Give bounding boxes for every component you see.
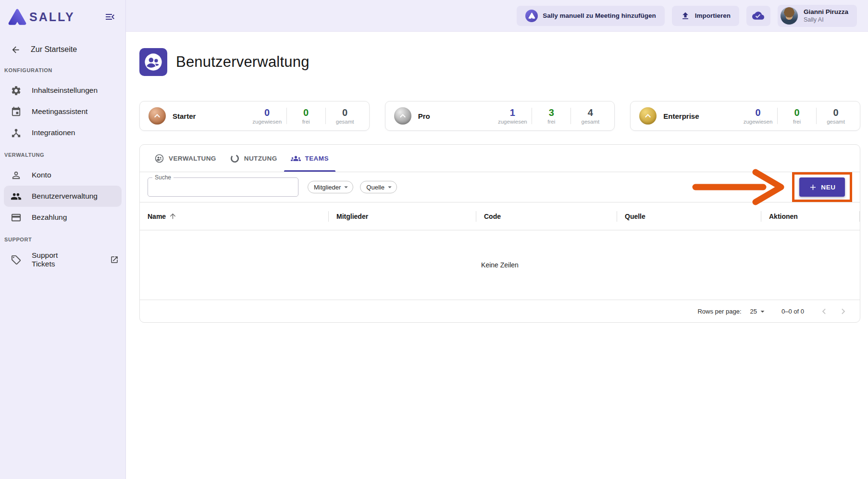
plan-name: Enterprise (663, 112, 699, 120)
main-column: Sally manuell zu Meeting hinzufügen Impo… (126, 0, 868, 479)
user-menu[interactable]: Gianni Piruzza Sally AI (778, 5, 857, 27)
table-empty-state: Keine Zeilen (140, 230, 860, 300)
tab-nutzung[interactable]: NUTZUNG (223, 145, 284, 172)
stat-assigned-value: 0 (248, 107, 286, 118)
stat-free-value: 0 (778, 107, 816, 118)
previous-page-button[interactable] (818, 305, 830, 317)
sally-badge-icon (525, 10, 538, 22)
page-title: Benutzerverwaltung (176, 53, 310, 71)
column-header-aktionen[interactable]: Aktionen (761, 202, 860, 230)
app-window: SALLY Zur Startseite KONFIGURATION Inhal… (0, 0, 868, 479)
column-header-name[interactable]: Name (140, 202, 329, 230)
stat-assigned-value: 0 (739, 107, 777, 118)
tag-icon (11, 254, 22, 265)
nav-support: Support Tickets (0, 249, 125, 270)
members-filter-label: Mitglieder (314, 184, 341, 191)
new-team-button[interactable]: NEU (799, 177, 845, 197)
back-arrow-icon (11, 45, 21, 55)
nav-konfiguration: Inhaltseinstellungen Meetingassistent In… (0, 80, 125, 143)
column-header-quelle[interactable]: Quelle (617, 202, 761, 230)
column-label: Mitglieder (336, 213, 368, 220)
section-title-konfiguration: KONFIGURATION (4, 67, 125, 74)
stat-total-value: 0 (817, 107, 855, 118)
plan-stats: 0zugewiesen 0frei 0gesamt (248, 107, 364, 125)
tab-teams[interactable]: TEAMS (284, 145, 335, 172)
plan-name: Starter (173, 112, 196, 120)
table-header-row: Name Mitglieder Code Quelle Aktionen (140, 202, 860, 230)
sidebar-item-inhaltseinstellungen[interactable]: Inhaltseinstellungen (0, 80, 125, 101)
page-content: Benutzerverwaltung Starter 0zugewiesen 0… (126, 32, 868, 479)
section-title-verwaltung: VERWALTUNG (4, 152, 125, 159)
sidebar-item-meetingassistent[interactable]: Meetingassistent (0, 101, 125, 122)
cloud-sync-button[interactable] (746, 6, 770, 26)
stat-free-value: 0 (287, 107, 325, 118)
column-label: Name (148, 213, 166, 220)
user-management-icon (139, 48, 167, 76)
section-title-support: SUPPORT (4, 237, 125, 243)
people-icon (11, 191, 22, 202)
sidebar-item-integrationen[interactable]: Integrationen (0, 122, 125, 143)
tab-label: TEAMS (305, 155, 329, 162)
back-label: Zur Startseite (31, 45, 77, 54)
tab-verwaltung[interactable]: VERWALTUNG (148, 145, 223, 172)
sidebar-item-label: Bezahlung (32, 213, 67, 222)
plan-stats: 1zugewiesen 3frei 4gesamt (493, 107, 609, 125)
integrations-icon (11, 127, 22, 139)
new-team-label: NEU (821, 184, 835, 191)
plus-icon (808, 183, 818, 192)
sort-ascending-icon[interactable] (169, 212, 177, 220)
column-header-code[interactable]: Code (476, 202, 617, 230)
sidebar-item-konto[interactable]: Konto (0, 164, 125, 186)
sidebar-item-benutzerverwaltung[interactable]: Benutzerverwaltung (4, 186, 122, 207)
upload-icon (681, 11, 690, 21)
sidebar-item-label: Konto (32, 171, 51, 179)
sidebar-item-support-tickets[interactable]: Support Tickets (0, 249, 125, 270)
external-link-icon (110, 255, 119, 264)
sidebar-item-bezahlung[interactable]: Bezahlung (0, 207, 125, 228)
column-header-mitglieder[interactable]: Mitglieder (329, 202, 476, 230)
empty-rows-text: Keine Zeilen (481, 261, 519, 269)
settings-icon (11, 85, 22, 96)
chevron-down-icon (385, 183, 394, 191)
stat-free-label: frei (778, 119, 816, 125)
stat-free-label: frei (532, 119, 570, 125)
source-filter-dropdown[interactable]: Quelle (360, 181, 397, 193)
sidebar-item-label: Support Tickets (32, 251, 81, 268)
tab-label: VERWALTUNG (169, 155, 216, 162)
plan-cards: Starter 0zugewiesen 0frei 0gesamt Pro (139, 101, 860, 131)
column-label: Quelle (625, 213, 645, 220)
back-to-home[interactable]: Zur Startseite (0, 40, 125, 59)
chevron-right-icon (838, 306, 849, 317)
rows-per-page-value: 25 (750, 308, 757, 315)
members-filter-dropdown[interactable]: Mitglieder (308, 181, 353, 193)
annotation-arrow (692, 169, 786, 205)
rows-per-page-select[interactable]: 25 (750, 307, 767, 316)
brand-name: SALLY (29, 10, 75, 24)
nav-verwaltung: Konto Benutzerverwaltung Bezahlung (0, 164, 125, 228)
stat-assigned-label: zugewiesen (493, 119, 532, 125)
sally-logo-icon (8, 7, 27, 26)
person-icon (11, 170, 22, 181)
source-filter-label: Quelle (366, 184, 384, 191)
stat-assigned-value: 1 (493, 107, 532, 118)
topbar: Sally manuell zu Meeting hinzufügen Impo… (126, 0, 868, 32)
stat-total-label: gesamt (817, 119, 855, 125)
next-page-button[interactable] (837, 305, 849, 317)
credit-card-icon (11, 212, 22, 223)
collapse-sidebar-icon[interactable] (104, 11, 116, 23)
chevron-down-icon (758, 307, 767, 316)
stat-total-value: 0 (326, 107, 364, 118)
import-label: Importieren (695, 12, 731, 19)
sidebar-item-label: Benutzerverwaltung (32, 192, 98, 201)
tab-label: NUTZUNG (244, 155, 277, 162)
add-sally-to-meeting-button[interactable]: Sally manuell zu Meeting hinzufügen (517, 6, 665, 26)
stat-total-label: gesamt (571, 119, 609, 125)
people-circle-icon (154, 153, 164, 164)
add-sally-to-meeting-label: Sally manuell zu Meeting hinzufügen (543, 12, 656, 19)
brand-row: SALLY (0, 0, 125, 29)
plan-tier-gold-icon (639, 107, 657, 125)
import-button[interactable]: Importieren (672, 6, 739, 26)
search-field: Suche (148, 177, 298, 197)
stat-total-label: gesamt (326, 119, 364, 125)
page-header: Benutzerverwaltung (139, 48, 860, 76)
